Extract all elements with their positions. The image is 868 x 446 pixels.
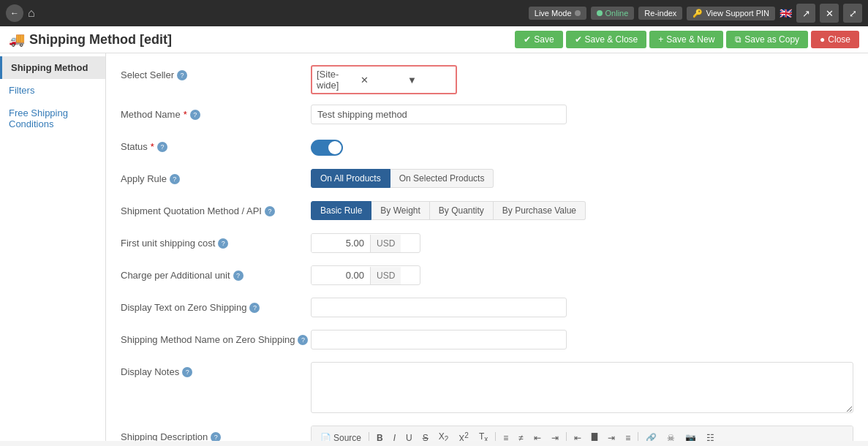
method-name-zero-help[interactable]: ? <box>298 335 308 345</box>
shipment-by-weight[interactable]: By Weight <box>371 201 429 220</box>
reindex-button[interactable]: Re-index <box>638 7 682 20</box>
method-name-zero-input[interactable] <box>311 330 567 349</box>
apply-rule-label: Apply Rule ? <box>121 169 311 184</box>
shipment-quotation-label: Shipment Quotation Method / API ? <box>121 201 311 216</box>
close-x-button[interactable]: ✕ <box>820 4 839 23</box>
method-name-zero-row: Shipping Method Name on Zero Shipping ? <box>121 330 853 352</box>
charge-input-wrapper: USD <box>311 265 420 285</box>
display-text-input[interactable] <box>311 298 567 317</box>
method-name-row: Method Name * ? <box>121 105 853 126</box>
display-notes-field <box>311 362 853 415</box>
select-seller-help[interactable]: ? <box>177 70 187 80</box>
shipment-by-purchase-value[interactable]: By Purchase Value <box>494 201 586 220</box>
unordered-list-button[interactable]: ≠ <box>514 431 528 442</box>
first-unit-row: First unit shipping cost ? USD <box>121 233 853 255</box>
charge-input[interactable] <box>312 266 370 284</box>
method-name-field <box>311 105 853 124</box>
method-name-label: Method Name * ? <box>121 105 311 120</box>
display-notes-label: Display Notes ? <box>121 362 311 377</box>
display-notes-textarea[interactable] <box>311 362 853 413</box>
shipment-by-quantity[interactable]: By Quantity <box>430 201 494 220</box>
toolbar-sep-1 <box>369 432 369 442</box>
indent-button[interactable]: ⇥ <box>547 431 563 442</box>
apply-rule-selected-products[interactable]: On Selected Products <box>390 169 494 188</box>
sidebar-item-shipping-method[interactable]: Shipping Method <box>0 56 105 79</box>
shipment-quotation-help[interactable]: ? <box>265 206 275 216</box>
shipping-desc-row: Shipping Description ? 📄 Source B I U <box>121 426 853 441</box>
charge-help[interactable]: ? <box>233 271 244 281</box>
online-badge: Online <box>591 7 635 20</box>
save-button[interactable]: ✔ Save <box>515 31 562 48</box>
subscript-button[interactable]: X2 <box>434 429 453 441</box>
image-button[interactable]: 📷 <box>681 431 701 442</box>
expand-button[interactable]: ⤢ <box>843 4 862 23</box>
unlink-button[interactable]: ☠ <box>663 431 679 442</box>
underline-button[interactable]: U <box>401 431 417 442</box>
close-button[interactable]: ● Close <box>811 31 859 48</box>
display-notes-row: Display Notes ? <box>121 362 853 415</box>
live-mode-badge: Live Mode <box>529 7 586 20</box>
method-name-help[interactable]: ? <box>190 110 200 120</box>
back-icon[interactable]: ← <box>6 4 23 22</box>
flag-icon: 🇬🇧 <box>780 7 792 19</box>
remove-format-button[interactable]: Tx <box>475 429 492 441</box>
support-pin-button[interactable]: 🔑 View Support PIN <box>687 7 775 20</box>
italic-button[interactable]: I <box>389 431 400 442</box>
align-left-button[interactable]: ⇤ <box>570 431 586 442</box>
display-text-label: Display Text on Zero Shipping ? <box>121 298 311 313</box>
apply-rule-all-products[interactable]: On All Products <box>311 169 390 188</box>
select-clear-icon[interactable]: ✕ <box>361 75 404 86</box>
outdent-button[interactable]: ⇤ <box>529 431 546 442</box>
select-arrow-icon[interactable]: ▼ <box>407 75 451 86</box>
shipping-desc-field: 📄 Source B I U S X2 X2 Tx ≡ ≠ <box>311 426 853 441</box>
editor-toolbar-row1: 📄 Source B I U S X2 X2 Tx ≡ ≠ <box>312 426 853 441</box>
method-name-required: * <box>184 109 187 120</box>
display-notes-help[interactable]: ? <box>182 367 192 377</box>
toolbar-sep-4 <box>638 432 638 442</box>
rich-editor: 📄 Source B I U S X2 X2 Tx ≡ ≠ <box>311 426 853 441</box>
status-row: Status * ? <box>121 137 853 159</box>
save-new-button[interactable]: + Save & New <box>649 31 723 48</box>
sidebar-item-free-shipping[interactable]: Free Shipping Conditions <box>0 102 105 135</box>
page-title: 🚚 Shipping Method [edit] <box>9 31 172 48</box>
align-right-button[interactable]: ⇥ <box>603 431 619 442</box>
toolbar-sep-2 <box>495 432 496 442</box>
content-area: Select Seller ? [Site-wide] ✕ ▼ Method N… <box>106 53 868 441</box>
link-button[interactable]: 🔗 <box>641 431 661 442</box>
method-name-input[interactable] <box>311 105 567 124</box>
copy-icon: ⧉ <box>735 34 741 45</box>
source-button[interactable]: 📄 Source <box>316 431 366 442</box>
align-justify-button[interactable]: ≡ <box>621 431 635 442</box>
bold-button[interactable]: B <box>372 431 388 442</box>
superscript-button[interactable]: X2 <box>454 429 473 441</box>
live-mode-dot <box>575 10 581 16</box>
ordered-list-button[interactable]: ≡ <box>499 431 513 442</box>
sidebar-item-filters[interactable]: Filters <box>0 79 105 102</box>
save-close-button[interactable]: ✔ Save & Close <box>566 31 647 48</box>
external-link-button[interactable]: ↗ <box>796 4 815 23</box>
display-text-help[interactable]: ? <box>249 303 260 313</box>
apply-rule-btn-group: On All Products On Selected Products <box>311 169 853 188</box>
close-icon: ● <box>820 34 825 45</box>
first-unit-input[interactable] <box>312 234 370 252</box>
apply-rule-help[interactable]: ? <box>170 174 180 184</box>
select-seller-field: [Site-wide] ✕ ▼ <box>311 65 853 94</box>
status-toggle[interactable] <box>311 140 343 156</box>
shipment-quotation-field: Basic Rule By Weight By Quantity By Purc… <box>311 201 853 220</box>
shipment-basic-rule[interactable]: Basic Rule <box>311 201 371 220</box>
select-seller-dropdown[interactable]: [Site-wide] ✕ ▼ <box>311 65 457 94</box>
first-unit-label: First unit shipping cost ? <box>121 233 311 249</box>
apply-rule-row: Apply Rule ? On All Products On Selected… <box>121 169 853 191</box>
align-center-button[interactable]: █ <box>587 431 603 442</box>
shipping-desc-help[interactable]: ? <box>211 432 221 442</box>
table-button[interactable]: ☷ <box>702 431 719 442</box>
save-copy-button[interactable]: ⧉ Save as Copy <box>726 31 808 48</box>
first-unit-help[interactable]: ? <box>218 238 228 249</box>
ship-icon: 🚚 <box>9 31 25 48</box>
shipment-quotation-row: Shipment Quotation Method / API ? Basic … <box>121 201 853 223</box>
home-icon[interactable]: ⌂ <box>28 7 35 20</box>
strikethrough-button[interactable]: S <box>418 431 433 442</box>
status-help[interactable]: ? <box>157 142 167 152</box>
method-name-zero-field <box>311 330 853 349</box>
status-required: * <box>151 141 154 152</box>
